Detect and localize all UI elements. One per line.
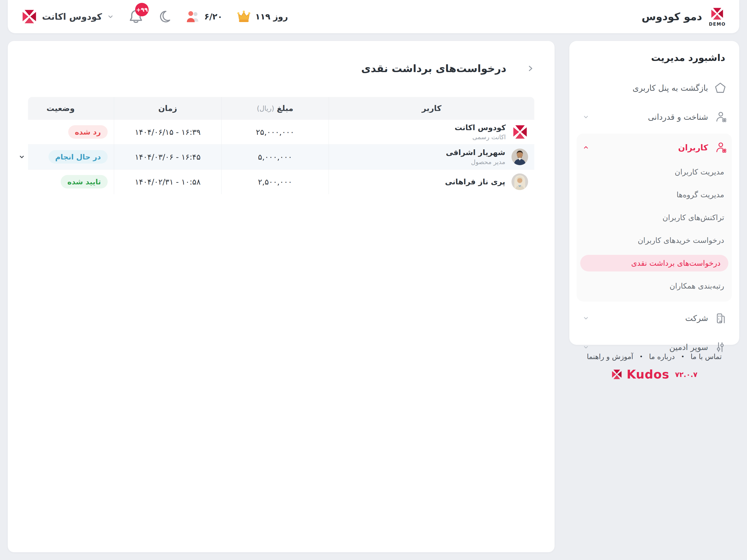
home-icon [714,82,726,94]
users-icon [714,141,726,154]
sidebar-subitem-group-management[interactable]: مدیریت گروه‌ها [582,183,726,206]
sidebar-item-label: شرکت [685,314,708,323]
time-cell: ۱۴۰۴/۰۳/۰۶ - ۱۶:۴۵ [114,145,222,169]
footer-link[interactable]: تماس با ما [691,353,722,361]
sidebar-item-label: بازگشت به پنل کاربری [633,83,708,92]
page-title: درخواست‌های برداشت نقدی [361,62,506,74]
amount-cell: ۵,۰۰۰,۰۰۰ [222,145,329,169]
status-badge: رد شده [68,125,108,139]
sidebar-item-back-to-user-panel[interactable]: بازگشت به پنل کاربری [582,73,726,102]
topbar-controls: کودوس اکانت +۹۹ ۶/۲۰ [21,8,288,25]
status-cell: در حال انجام [7,145,114,169]
user-cell: شهریار اشراقی مدیر محصول [329,145,534,169]
app-version: ۷۲.۰.۷ [675,371,697,378]
sidebar-subitem-coworker-ranking[interactable]: رتبه‌بندی همکاران [582,274,726,297]
sidebar-item-company[interactable]: شرکت [582,303,726,332]
notifications-button[interactable]: +۹۹ [128,8,144,25]
notifications-badge: +۹۹ [135,3,149,16]
account-selector[interactable]: کودوس اکانت [21,8,114,25]
crown-icon [236,10,251,23]
status-cell: رد شده [7,120,114,144]
sidebar-item-users[interactable]: کاربران [582,135,726,160]
footer-links: تماس با ما • درباره ما • آموزش و راهنما [569,353,739,361]
status-badge: در حال انجام [49,150,108,164]
company-icon [714,312,726,324]
topbar: DEMO دمو کودوس کودوس اکانت +۹۹ [8,0,739,33]
sidebar-item-label: سوپر ادمین [669,343,708,352]
recognition-icon [714,111,726,123]
kudos-brand: Kudos ۷۲.۰.۷ [569,367,739,381]
expand-row-chevron-icon[interactable] [18,153,25,160]
col-header-status: وضعیت [7,97,114,120]
sidebar-subitem-user-purchase-requests[interactable]: درخواست خریدهای کاربران [582,229,726,252]
members-ratio: ۶/۲۰ [204,12,222,22]
col-header-time: زمان [114,97,222,120]
sidebar-title: داشبورد مدیریت [583,52,725,63]
dot-separator: • [681,353,685,360]
time-cell: ۱۴۰۴/۰۲/۳۱ - ۱۰:۵۸ [114,169,222,194]
dot-separator: • [639,353,643,360]
user-name: کودوس اکانت [455,123,506,132]
sidebar-item-label: کاربران [678,143,708,152]
logo-demo-label: DEMO [709,22,726,27]
withdrawal-requests-table: کاربر مبلغ (ریال) زمان وضعیت کودوس اکانت… [28,97,534,194]
user-subtitle: مدیر محصول [446,158,505,166]
sidebar-item-label: شناخت و قدردانی [648,112,708,122]
sidebar-subitem-cash-withdrawal-requests[interactable]: درخواست‌های برداشت نقدی [580,255,728,271]
kudos-pinwheel-logo-icon [611,369,622,380]
table-row: پری ناز فراهانی ۲,۵۰۰,۰۰۰ ۱۴۰۴/۰۲/۳۱ - ۱… [28,169,534,194]
moon-icon[interactable] [157,9,172,24]
page-header: درخواست‌های برداشت نقدی [18,55,544,81]
chevron-down-icon [582,113,590,121]
subscription-counter: ۱۱۹ روز [236,10,288,23]
avatar-photo-woman [512,174,528,190]
col-header-amount: مبلغ (ریال) [222,97,329,120]
table-row: شهریار اشراقی مدیر محصول ۵,۰۰۰,۰۰۰ ۱۴۰۴/… [28,145,534,169]
sidebar-item-recognition[interactable]: شناخت و قدردانی [582,102,726,131]
table-header-row: کاربر مبلغ (ریال) زمان وضعیت [28,97,534,120]
col-header-user: کاربر [329,97,534,120]
footer-link[interactable]: آموزش و راهنما [587,353,634,361]
avatar [512,149,528,165]
footer-link[interactable]: درباره ما [649,353,675,361]
avatar [512,174,528,190]
chevron-down-icon [107,13,114,21]
people-icon [185,10,200,23]
kudos-pinwheel-logo-icon [21,8,37,25]
account-name: کودوس اکانت [42,11,102,22]
amount-cell: ۲,۵۰۰,۰۰۰ [222,169,329,194]
avatar-photo-man [512,149,528,165]
chevron-down-icon [582,344,590,351]
time-cell: ۱۴۰۴/۰۶/۱۵ - ۱۶:۳۹ [114,120,222,144]
subscription-days: ۱۱۹ روز [255,12,288,22]
sidebar-subitem-user-management[interactable]: مدیریت کاربران [582,160,726,183]
sidebar-footer: تماس با ما • درباره ما • آموزش و راهنما … [569,353,739,381]
admin-sidebar: داشبورد مدیریت بازگشت به پنل کاربری شناخ… [569,41,739,345]
amount-cell: ۲۵,۰۰۰,۰۰۰ [222,120,329,144]
users-menu-group: کاربران مدیریت کاربران مدیریت گروه‌ها تر… [576,134,732,301]
user-cell: پری ناز فراهانی [329,169,534,194]
user-subtitle: اکانت رسمی [455,134,506,141]
superadmin-icon [714,341,726,353]
user-cell: کودوس اکانت اکانت رسمی [329,120,534,144]
app-title: دمو کودوس [642,10,702,23]
kudos-pinwheel-logo-icon [710,7,724,21]
chevron-down-icon [582,315,590,322]
kudos-account-avatar [512,124,528,140]
members-counter: ۶/۲۰ [185,10,222,23]
kudos-wordmark: Kudos [627,367,669,381]
table-row: کودوس اکانت اکانت رسمی ۲۵,۰۰۰,۰۰۰ ۱۴۰۴/۰… [28,120,534,145]
user-name: پری ناز فراهانی [445,177,505,186]
status-badge: تایید شده [61,175,108,188]
status-cell: تایید شده [7,169,114,194]
user-name: شهریار اشراقی [446,148,505,157]
back-chevron-icon[interactable] [526,64,534,73]
chevron-up-icon [582,144,590,151]
amount-unit: (ریال) [257,105,274,112]
app-logo: DEMO [709,7,726,27]
brand: DEMO دمو کودوس [642,7,726,27]
sidebar-subitem-user-transactions[interactable]: تراکنش‌های کاربران [582,206,726,229]
main-content: درخواست‌های برداشت نقدی کاربر مبلغ (ریال… [8,41,555,552]
